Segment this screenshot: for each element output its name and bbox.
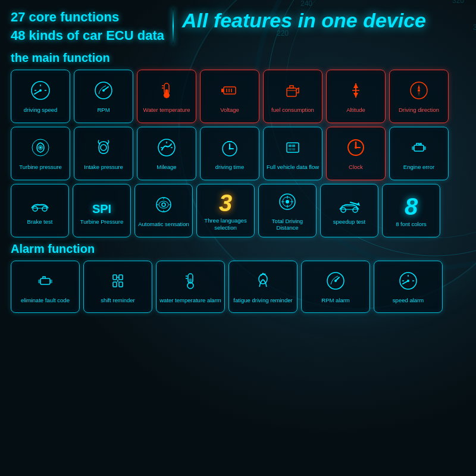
function-row-1: driving speed RPM Water temperature Volt… xyxy=(11,70,465,123)
svg-rect-51 xyxy=(292,145,295,147)
mileage-label: Mileage xyxy=(156,164,176,170)
function-row-2: Turbine pressure Intake pressure Mileage… xyxy=(11,127,465,180)
font-colors-label: 8 font colors xyxy=(396,221,427,227)
driving-time-icon xyxy=(219,137,240,161)
svg-point-17 xyxy=(39,89,42,92)
alarm-row: eliminate fault code shift reminder wate… xyxy=(11,261,465,313)
svg-point-39 xyxy=(101,145,107,151)
rpm-alarm-label: RPM alarm xyxy=(321,297,350,303)
icon-spi-turbine: SPI Turbine Pressure xyxy=(73,184,131,237)
voltage-icon xyxy=(219,80,240,104)
icon-turbine-pressure: Turbine pressure xyxy=(11,127,70,180)
icon-clock: Clock xyxy=(326,127,386,180)
turbine-icon xyxy=(30,137,51,161)
speed-alarm-label: speed alarm xyxy=(393,297,424,303)
direction-label: Driving direction xyxy=(399,107,439,113)
mileage-icon xyxy=(156,137,177,161)
fatigue-icon xyxy=(252,270,274,295)
icon-rpm-alarm: RPM alarm xyxy=(301,261,370,313)
icon-engine-error: Engine error xyxy=(389,127,449,180)
tagline-title: All features in one device xyxy=(182,8,465,33)
total-distance-icon xyxy=(277,191,298,215)
svg-point-67 xyxy=(286,200,289,203)
font-colors-icon: 8 xyxy=(405,195,418,218)
icon-brake-test: Brake test xyxy=(11,184,69,237)
fuel-icon xyxy=(282,80,303,104)
icon-fuel-consumption: fuel consumption xyxy=(263,70,322,123)
icon-water-temp-alarm: water temperature alarm xyxy=(156,261,225,313)
voltage-label: Voltage xyxy=(220,107,239,113)
svg-rect-78 xyxy=(113,275,117,280)
brake-test-label: Brake test xyxy=(27,218,53,225)
rpm-label: RPM xyxy=(97,107,109,113)
icon-three-lang: 3 Three languages selection xyxy=(196,184,255,237)
brake-test-icon xyxy=(29,196,51,216)
svg-point-19 xyxy=(102,89,105,92)
main-function-title: the main function xyxy=(11,51,465,65)
svg-rect-80 xyxy=(113,282,117,287)
clock-icon xyxy=(345,137,367,161)
svg-rect-77 xyxy=(50,280,52,283)
icon-fatigue-driving: fatigue driving reminder xyxy=(228,261,298,313)
svg-rect-79 xyxy=(119,275,123,280)
icon-mileage: Mileage xyxy=(137,127,196,180)
rpm-icon xyxy=(93,80,114,104)
icon-full-vehicle: Full vehicle data flow xyxy=(263,127,322,180)
icon-speed-alarm: speed alarm xyxy=(374,261,443,313)
direction-icon xyxy=(408,80,430,104)
icon-rpm: RPM xyxy=(74,70,133,123)
svg-rect-25 xyxy=(224,87,236,94)
core-functions-title: 27 core functions 48 kinds of car ECU da… xyxy=(11,8,164,45)
main-content: 27 core functions 48 kinds of car ECU da… xyxy=(0,0,476,325)
intake-icon xyxy=(93,137,114,161)
driving-time-label: driving time xyxy=(215,164,245,170)
auto-sensation-label: Automatic sensation xyxy=(138,221,189,227)
svg-point-96 xyxy=(407,280,409,282)
eliminate-fault-label: eliminate fault code xyxy=(21,297,70,303)
svg-rect-81 xyxy=(119,282,123,287)
full-vehicle-label: Full vehicle data flow xyxy=(267,164,319,170)
clock-label: Clock xyxy=(349,164,363,170)
svg-point-92 xyxy=(262,273,264,275)
svg-rect-53 xyxy=(292,148,295,151)
svg-point-36 xyxy=(418,89,420,92)
icon-driving-direction: Driving direction xyxy=(389,70,449,123)
icon-altitude: Altitude xyxy=(326,70,386,123)
icon-total-distance: Total Driving Distance xyxy=(258,184,317,237)
svg-point-38 xyxy=(39,146,42,149)
svg-point-57 xyxy=(355,146,357,149)
svg-rect-76 xyxy=(38,280,40,283)
svg-rect-52 xyxy=(289,148,292,151)
svg-point-48 xyxy=(229,148,231,150)
shift-label: shift reminder xyxy=(101,297,135,303)
altitude-label: Altitude xyxy=(346,107,365,113)
eliminate-fault-icon xyxy=(35,270,56,295)
engine-error-label: Engine error xyxy=(403,164,434,170)
svg-rect-75 xyxy=(40,278,50,284)
icon-driving-speed: driving speed xyxy=(11,70,70,123)
icon-shift-reminder: shift reminder xyxy=(83,261,152,313)
water-temp-alarm-label: water temperature alarm xyxy=(159,297,221,303)
speedup-label: speedup test xyxy=(333,218,365,225)
svg-point-91 xyxy=(264,274,266,275)
svg-rect-50 xyxy=(289,145,292,147)
icon-intake-pressure: Intake pressure xyxy=(74,127,133,180)
engine-error-icon xyxy=(408,137,430,161)
header: 27 core functions 48 kinds of car ECU da… xyxy=(11,8,465,45)
svg-marker-32 xyxy=(353,83,358,88)
svg-marker-33 xyxy=(353,93,358,98)
rpm-alarm-icon xyxy=(325,270,346,295)
svg-point-73 xyxy=(353,208,358,212)
icon-voltage: Voltage xyxy=(200,70,259,123)
alarm-function-title: Alarm function xyxy=(11,242,465,256)
header-divider xyxy=(173,8,174,44)
fuel-label: fuel consumption xyxy=(271,107,314,113)
svg-rect-30 xyxy=(287,88,296,96)
header-right: All features in one device xyxy=(182,8,465,33)
svg-point-72 xyxy=(341,208,346,212)
icon-driving-time: driving time xyxy=(200,127,259,180)
driving-speed-label: driving speed xyxy=(24,107,58,113)
function-row-3: Brake test SPI Turbine Pressure Automati… xyxy=(11,184,465,237)
auto-sensation-icon xyxy=(153,194,174,218)
svg-rect-26 xyxy=(221,89,224,92)
